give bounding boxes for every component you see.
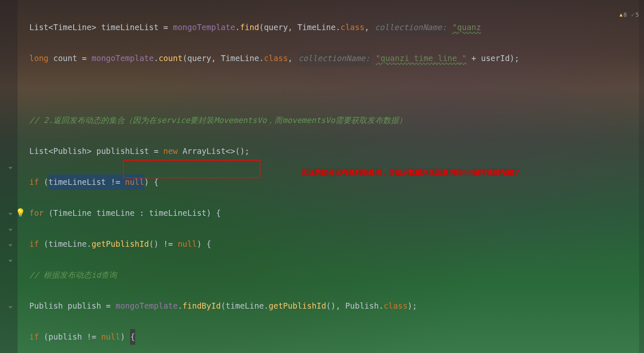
code-line[interactable]: Publish publish = mongoTemplate.findById…	[29, 298, 519, 314]
code-line[interactable]: List<Publish> publishList = new ArrayLis…	[29, 143, 519, 159]
intention-bulb-icon[interactable]: 💡	[18, 210, 23, 215]
ok-indicator[interactable]: 5	[631, 7, 639, 23]
editor-gutter	[0, 0, 18, 353]
warning-indicator[interactable]: 8	[619, 7, 627, 23]
code-line[interactable]: long count = mongoTemplate.count(query, …	[29, 51, 519, 66]
code-line[interactable]	[29, 82, 519, 97]
code-line[interactable]: if (publish != null) {	[29, 329, 519, 345]
scrollbar[interactable]	[639, 0, 644, 353]
fold-icon[interactable]	[8, 227, 13, 233]
code-line[interactable]: // 2.返回发布动态的集合（因为在service要封装MovementsVo，…	[29, 113, 519, 128]
code-line[interactable]: // 根据发布动态id查询	[29, 267, 519, 283]
fold-icon[interactable]	[8, 165, 13, 171]
fold-icon[interactable]	[8, 258, 13, 264]
annotation-text: 实现类部分没有做判空处理，导致从数据库里面查询到null值时直接报错了	[301, 164, 521, 180]
code-line[interactable]: if (timeLine.getPublishId() != null) {	[29, 236, 519, 252]
code-line[interactable]: for (TimeLine timeLine : timeLineList) {	[29, 205, 519, 221]
inspection-indicators[interactable]: 8 5	[619, 7, 639, 23]
fold-icon[interactable]	[8, 243, 13, 248]
fold-icon[interactable]	[8, 211, 13, 217]
code-line[interactable]: List<TimeLine> timeLineList = mongoTempl…	[29, 20, 519, 35]
fold-icon[interactable]	[8, 304, 13, 310]
